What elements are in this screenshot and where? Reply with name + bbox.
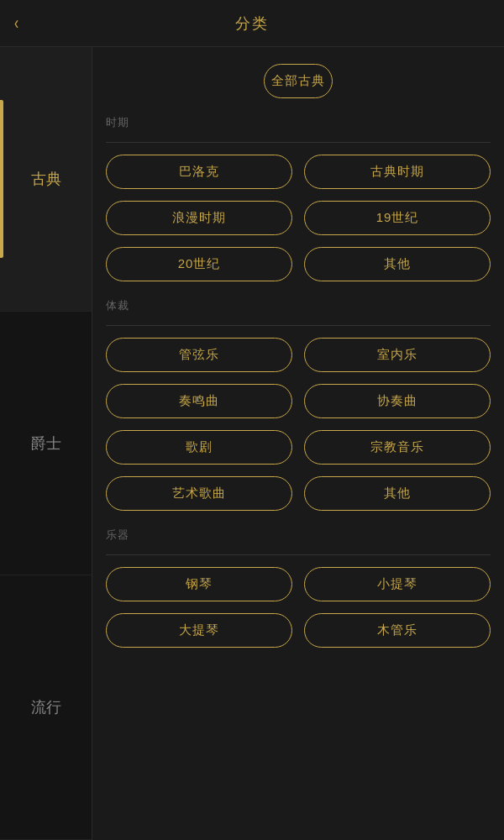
genre-orchestral[interactable]: 管弦乐 [106,338,292,372]
section-genre-label: 体裁 [106,298,491,313]
period-classical[interactable]: 古典时期 [304,155,491,189]
content-area: 全部古典 时期 巴洛克 古典时期 浪漫时期 19世纪 20世纪 其他 体裁 管弦… [92,47,504,840]
section-divider [106,554,491,555]
genre-art-song[interactable]: 艺术歌曲 [106,476,292,511]
sidebar-item-pop[interactable]: 流行 [0,575,92,840]
sidebar: 古典 爵士 流行 [0,47,92,840]
genre-sonata[interactable]: 奏鸣曲 [106,384,292,418]
instrument-grid: 钢琴 小提琴 大提琴 木管乐 [106,567,491,648]
section-instrument-label: 乐器 [106,528,491,543]
period-20c[interactable]: 20世纪 [106,247,292,281]
period-19c[interactable]: 19世纪 [304,201,491,235]
section-divider [106,142,491,143]
sidebar-item-classical[interactable]: 古典 [0,47,92,312]
instrument-cello[interactable]: 大提琴 [106,613,292,648]
section-genre: 体裁 管弦乐 室内乐 奏鸣曲 协奏曲 歌剧 宗教音乐 艺术歌曲 其他 [106,298,491,511]
all-classical-button[interactable]: 全部古典 [264,64,333,98]
genre-concerto[interactable]: 协奏曲 [304,384,491,418]
sidebar-item-label: 古典 [31,169,61,189]
section-instrument: 乐器 钢琴 小提琴 大提琴 木管乐 [106,528,491,648]
genre-chamber[interactable]: 室内乐 [304,338,491,372]
genre-grid: 管弦乐 室内乐 奏鸣曲 协奏曲 歌剧 宗教音乐 艺术歌曲 其他 [106,338,491,511]
back-button[interactable]: ‹ [14,13,18,34]
period-baroque[interactable]: 巴洛克 [106,155,292,189]
sidebar-item-label: 爵士 [31,433,61,454]
sidebar-item-jazz[interactable]: 爵士 [0,312,92,576]
section-period-label: 时期 [106,115,491,130]
instrument-violin[interactable]: 小提琴 [304,567,491,601]
period-other[interactable]: 其他 [304,247,491,281]
instrument-piano[interactable]: 钢琴 [106,567,292,601]
section-period: 时期 巴洛克 古典时期 浪漫时期 19世纪 20世纪 其他 [106,115,491,281]
genre-other[interactable]: 其他 [304,476,491,511]
genre-religious[interactable]: 宗教音乐 [304,430,491,465]
main-layout: 古典 爵士 流行 全部古典 时期 巴洛克 古典时期 浪漫时期 19世纪 20世纪… [0,47,504,840]
section-divider [106,325,491,326]
sidebar-item-label: 流行 [31,697,61,717]
period-romantic[interactable]: 浪漫时期 [106,201,292,235]
header: ‹ 分类 [0,0,504,47]
genre-opera[interactable]: 歌剧 [106,430,292,465]
all-button-row: 全部古典 [106,64,491,98]
instrument-woodwind[interactable]: 木管乐 [304,613,491,648]
period-grid: 巴洛克 古典时期 浪漫时期 19世纪 20世纪 其他 [106,155,491,281]
page-title: 分类 [235,13,269,34]
